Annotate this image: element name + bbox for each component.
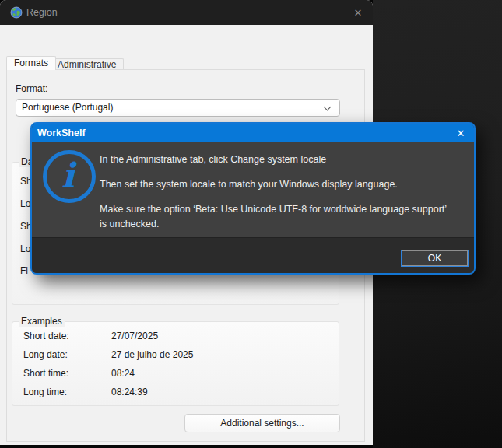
- message-line-3: Make sure the option ‘Beta: Use Unicode …: [100, 202, 451, 232]
- long-date-label-fragment: Lo: [20, 198, 30, 209]
- message-line-2: Then set the system locale to match your…: [100, 177, 398, 192]
- format-dropdown-value: Portuguese (Portugal): [22, 102, 113, 113]
- example-short-time-value: 08:24: [111, 368, 135, 379]
- first-day-label-fragment: Fi: [20, 265, 28, 276]
- tab-administrative[interactable]: Administrative: [50, 58, 124, 70]
- format-label: Format:: [16, 83, 47, 94]
- example-short-time-label: Short time:: [23, 368, 68, 379]
- long-time-label-fragment: Lo: [20, 243, 30, 254]
- region-window-title: Region: [26, 0, 58, 25]
- workshelf-footer: OK: [32, 237, 474, 273]
- workshelf-dialog: WorkShelf ✕ i In the Administrative tab,…: [30, 122, 476, 275]
- workshelf-ok-button[interactable]: OK: [401, 250, 469, 267]
- example-long-time-label: Long time:: [23, 387, 67, 397]
- workshelf-close-icon[interactable]: ✕: [452, 127, 469, 140]
- info-icon: i: [43, 150, 96, 203]
- example-long-date-label: Long date:: [23, 349, 68, 360]
- workshelf-titlebar[interactable]: WorkShelf ✕: [32, 124, 474, 142]
- example-short-date-value: 27/07/2025: [111, 331, 158, 341]
- region-globe-icon: [10, 6, 23, 22]
- example-short-date-label: Short date:: [23, 331, 69, 341]
- message-line-1: In the Administrative tab, click Change …: [100, 152, 326, 167]
- chevron-down-icon: [325, 104, 331, 110]
- example-long-time-value: 08:24:39: [111, 387, 148, 397]
- workshelf-body: i In the Administrative tab, click Chang…: [32, 142, 474, 237]
- examples-group-label: Examples: [19, 316, 65, 327]
- additional-settings-button[interactable]: Additional settings...: [184, 414, 340, 432]
- screen: Region ✕ Formats Administrative Format: …: [0, 0, 502, 448]
- workshelf-title: WorkShelf: [37, 124, 86, 142]
- example-long-date-value: 27 de julho de 2025: [111, 349, 193, 360]
- region-titlebar[interactable]: Region ✕: [0, 0, 373, 25]
- tab-formats[interactable]: Formats: [6, 56, 56, 70]
- region-close-icon[interactable]: ✕: [349, 6, 367, 19]
- format-dropdown[interactable]: Portuguese (Portugal): [16, 99, 340, 117]
